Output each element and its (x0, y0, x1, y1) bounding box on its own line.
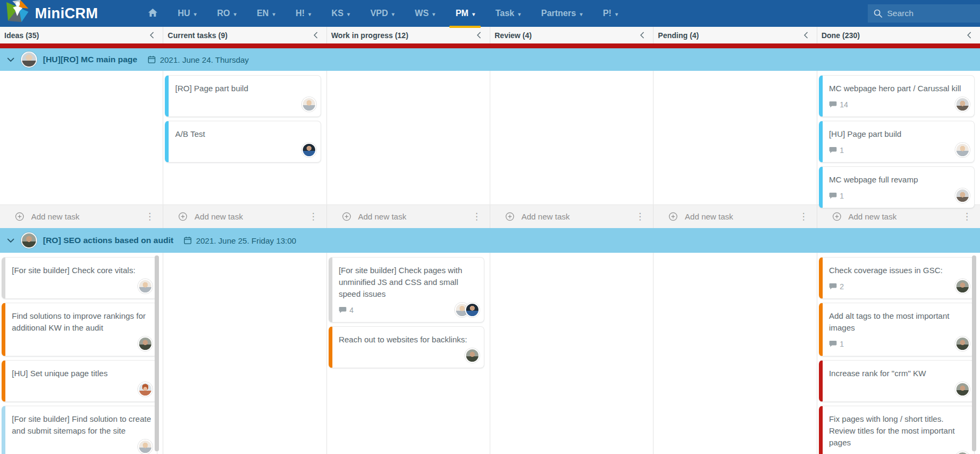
task-card[interactable]: MC webpage full revamp1 (819, 166, 975, 208)
comment-icon (339, 306, 347, 313)
kebab-menu-icon[interactable]: ⋮ (799, 211, 808, 222)
add-new-task-button-wip[interactable]: Add new task⋮ (327, 205, 490, 228)
plus-circle-icon (505, 212, 514, 221)
kebab-menu-icon[interactable]: ⋮ (145, 211, 154, 222)
search-input[interactable] (887, 9, 974, 18)
plus-circle-icon (178, 212, 187, 221)
kebab-menu-icon[interactable]: ⋮ (635, 211, 644, 222)
add-new-task-button-done[interactable]: Add new task⋮ (817, 205, 980, 228)
task-card[interactable]: Add alt tags to the most important image… (819, 303, 975, 356)
chevron-down-icon: ▾ (272, 11, 275, 17)
chevron-down-icon[interactable] (7, 56, 14, 63)
nav-item-label: KS (331, 9, 343, 18)
add-new-task-button-current[interactable]: Add new task⋮ (163, 205, 326, 228)
nav-item-h[interactable]: H!▾ (285, 0, 321, 27)
nav-home-button[interactable] (138, 0, 168, 27)
task-card[interactable]: Fix pages with long / short titles. Revi… (819, 406, 975, 454)
nav-item-pm[interactable]: PM▾ (445, 0, 485, 27)
collapse-column-button[interactable] (803, 32, 810, 39)
collapse-column-button[interactable] (313, 32, 320, 39)
nav-item-ks[interactable]: KS▾ (321, 0, 360, 27)
card-avatars (955, 143, 970, 157)
add-new-task-button-review[interactable]: Add new task⋮ (490, 205, 654, 228)
avatar (21, 232, 37, 248)
kebab-menu-icon[interactable]: ⋮ (962, 211, 971, 222)
avatar (955, 451, 970, 454)
task-card[interactable]: Reach out to websites for backlinks: (329, 326, 484, 368)
collapse-column-button[interactable] (149, 32, 156, 39)
calendar-icon (148, 55, 156, 64)
collapse-column-button[interactable] (476, 32, 483, 39)
column-header-current: Current tasks (9) (163, 27, 326, 43)
task-card[interactable]: Check coverage issues in GSC:2 (819, 257, 975, 299)
nav-item-partners[interactable]: Partners▾ (531, 0, 593, 27)
add-new-task-button-ideas[interactable]: Add new task⋮ (0, 205, 163, 228)
chevron-down-icon: ▾ (234, 11, 236, 17)
task-card[interactable]: [For site builder] Check pages with unmi… (329, 257, 484, 323)
task-card-title: Increase rank for "crm" KW (829, 368, 970, 379)
nav-item-label: HU (178, 9, 190, 18)
card-avatars (465, 348, 480, 363)
lane-column-ideas: [For site builder] Check core vitals:Fin… (0, 253, 163, 454)
nav-item-hu[interactable]: HU▾ (168, 0, 207, 27)
lane-column-pending (654, 71, 817, 204)
task-card-title: MC webpage hero part / Carussal kill (829, 83, 970, 94)
red-divider-bar (0, 43, 980, 48)
task-card[interactable]: Find solutions to improve rankings for a… (2, 303, 157, 356)
card-avatars (455, 303, 480, 317)
chevron-down-icon: ▾ (615, 11, 618, 17)
task-card-footer: 2 (829, 279, 970, 294)
app-logo[interactable]: MiniCRM (0, 1, 115, 26)
collapse-column-button[interactable] (966, 32, 973, 39)
chevron-down-icon[interactable] (7, 237, 14, 244)
task-card[interactable]: MC webpage hero part / Carussal kill14 (819, 75, 975, 117)
task-card-title: [For site builder] Check pages with unmi… (339, 265, 480, 300)
chevron-down-icon: ▾ (194, 11, 197, 17)
vertical-scrollbar[interactable] (155, 255, 159, 451)
comment-count-value: 2 (840, 282, 844, 291)
task-card[interactable]: [For site builder] Check core vitals: (2, 257, 157, 299)
task-card[interactable]: [For site builder] Find solution to crea… (2, 406, 157, 454)
task-card[interactable]: [HU] Set unique page titles (2, 360, 157, 402)
column-header-wip: Work in progress (12) (327, 27, 490, 43)
chevron-down-icon: ▾ (580, 11, 583, 17)
nav-item-label: VPD (371, 9, 388, 18)
search-box[interactable] (868, 4, 980, 23)
nav-item-en[interactable]: EN▾ (246, 0, 285, 27)
column-header-done: Done (230) (817, 27, 980, 43)
lane-column-pending (654, 253, 817, 454)
card-avatars (955, 279, 970, 294)
home-icon (148, 9, 157, 19)
task-card[interactable]: Increase rank for "crm" KW (819, 360, 975, 402)
comment-count: 2 (829, 282, 844, 291)
kebab-menu-icon[interactable]: ⋮ (309, 211, 318, 222)
task-card-title: Reach out to websites for backlinks: (339, 334, 480, 346)
task-card-title: Find solutions to improve rankings for a… (12, 310, 153, 334)
task-card[interactable]: [HU] Page part build1 (819, 121, 975, 163)
nav-item-ro[interactable]: RO▾ (207, 0, 246, 27)
card-avatars (955, 97, 970, 112)
nav-item-p[interactable]: P!▾ (593, 0, 628, 27)
task-card[interactable]: [RO] Page part build (165, 75, 321, 117)
nav-item-vpd[interactable]: VPD▾ (360, 0, 405, 27)
kebab-menu-icon[interactable]: ⋮ (472, 211, 481, 222)
swimlane-body: [RO] Page part buildA/B TestMC webpage h… (0, 71, 980, 204)
nav-item-label: Partners (541, 9, 576, 18)
lane-column-wip (327, 71, 490, 204)
swimlane-title: [RO] SEO actions based on audit (43, 236, 173, 245)
card-avatars (955, 336, 970, 351)
vertical-scrollbar[interactable] (972, 255, 976, 451)
nav-menu: HU▾RO▾EN▾H!▾KS▾VPD▾WS▾PM▾Task▾Partners▾P… (138, 0, 628, 27)
task-card[interactable]: A/B Test (165, 121, 321, 163)
nav-item-ws[interactable]: WS▾ (405, 0, 446, 27)
card-avatars (302, 97, 316, 112)
add-new-task-button-pending[interactable]: Add new task⋮ (654, 205, 817, 228)
task-card-title: Fix pages with long / short titles. Revi… (829, 413, 970, 449)
lane-column-done: MC webpage hero part / Carussal kill14[H… (817, 71, 980, 204)
nav-item-task[interactable]: Task▾ (485, 0, 531, 27)
chevron-down-icon: ▾ (518, 11, 521, 17)
avatar (465, 303, 480, 317)
collapse-column-button[interactable] (639, 32, 646, 39)
avatar (955, 97, 970, 112)
avatar (138, 440, 153, 454)
